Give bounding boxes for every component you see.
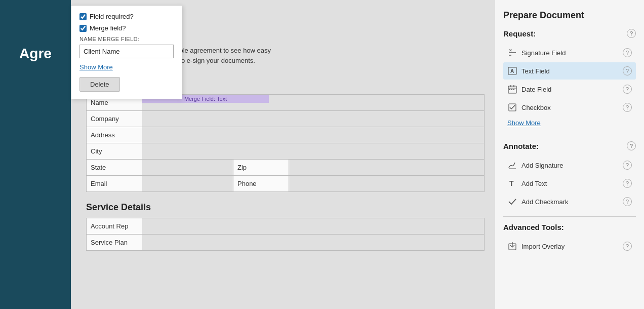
add-text-label: Add Text bbox=[521, 180, 547, 187]
svg-rect-11 bbox=[513, 89, 514, 90]
table-row: State Zip bbox=[87, 160, 485, 176]
add-checkmark-icon bbox=[507, 197, 517, 207]
checkbox-icon bbox=[507, 102, 517, 112]
add-checkmark-item[interactable]: Add Checkmark ? bbox=[503, 193, 636, 210]
text-field-item[interactable]: A Text Field ? bbox=[503, 62, 636, 80]
svg-rect-9 bbox=[509, 89, 510, 90]
company-value-cell bbox=[142, 111, 485, 127]
service-plan-value bbox=[142, 235, 485, 251]
table-row: City bbox=[87, 143, 485, 160]
name-merge-field-label: NAME MERGE FIELD: bbox=[79, 36, 174, 42]
city-label: City bbox=[87, 143, 142, 160]
account-rep-label: Account Rep bbox=[87, 218, 142, 235]
right-panel: Prepare Document Request: ? ✕ Signature … bbox=[495, 0, 644, 309]
add-checkmark-help-icon[interactable]: ? bbox=[623, 197, 632, 206]
signature-field-label: Signature Field bbox=[521, 49, 566, 57]
table-row: Account Rep bbox=[87, 218, 485, 235]
table-row: Company bbox=[87, 111, 485, 127]
merge-field-label: Merge field? bbox=[90, 24, 126, 32]
service-section-title: Service Details bbox=[86, 202, 485, 213]
delete-button[interactable]: Delete bbox=[79, 77, 120, 92]
request-show-more-button[interactable]: Show More bbox=[503, 117, 545, 129]
zip-value-cell bbox=[289, 160, 485, 176]
phone-value-cell bbox=[289, 176, 485, 192]
phone-label: Phone bbox=[233, 176, 289, 192]
merge-field-row[interactable]: Merge field? bbox=[79, 24, 174, 32]
field-required-row[interactable]: Field required? bbox=[79, 13, 174, 20]
add-signature-help-icon[interactable]: ? bbox=[623, 161, 632, 170]
client-form-table: Name Merge Field: Text Company Address C… bbox=[86, 94, 485, 192]
add-checkmark-label: Add Checkmark bbox=[521, 198, 568, 206]
state-label: State bbox=[87, 160, 142, 176]
form-content: New Client In Name Merge Field: Text Com… bbox=[86, 79, 485, 251]
document-area: Agre out and e-sign this sample agreemen… bbox=[0, 0, 495, 309]
signature-field-icon: ✕ bbox=[507, 48, 517, 58]
company-label: Company bbox=[87, 111, 142, 127]
import-overlay-item[interactable]: Import Overlay ? bbox=[503, 238, 636, 255]
section-divider-2 bbox=[503, 216, 636, 217]
signature-field-help-icon[interactable]: ? bbox=[623, 48, 632, 57]
state-value-cell bbox=[142, 160, 233, 176]
address-value-cell bbox=[142, 127, 485, 143]
show-more-button[interactable]: Show More bbox=[79, 63, 113, 71]
doc-header-bar: Agre bbox=[0, 0, 71, 309]
address-label: Address bbox=[87, 127, 142, 143]
service-form-table: Account Rep Service Plan bbox=[86, 218, 485, 251]
advanced-tools-label: Advanced Tools: bbox=[503, 223, 636, 231]
add-text-help-icon[interactable]: ? bbox=[623, 179, 632, 188]
panel-title: Prepare Document bbox=[503, 10, 636, 21]
date-field-icon bbox=[507, 84, 517, 94]
email-value-cell bbox=[142, 176, 233, 192]
add-text-item[interactable]: T Add Text ? bbox=[503, 175, 636, 192]
name-value-cell: Merge Field: Text bbox=[142, 95, 485, 111]
add-signature-icon bbox=[507, 160, 517, 170]
zip-label: Zip bbox=[233, 160, 289, 176]
doc-header-text: Agre bbox=[19, 46, 52, 62]
import-overlay-help-icon[interactable]: ? bbox=[623, 242, 632, 251]
date-field-help-icon[interactable]: ? bbox=[623, 85, 632, 94]
account-rep-value bbox=[142, 218, 485, 235]
import-overlay-icon bbox=[507, 241, 517, 251]
checkbox-item[interactable]: Checkbox ? bbox=[503, 99, 636, 116]
city-value-cell bbox=[142, 143, 485, 160]
name-merge-field-input[interactable] bbox=[79, 45, 174, 58]
field-required-checkbox[interactable] bbox=[79, 13, 87, 20]
field-options-popup: Field required? Merge field? NAME MERGE … bbox=[71, 5, 182, 99]
add-text-icon: T bbox=[507, 178, 517, 188]
annotate-help-icon[interactable]: ? bbox=[627, 141, 636, 150]
date-field-label: Date Field bbox=[521, 86, 551, 93]
merge-field-checkbox[interactable] bbox=[79, 25, 87, 32]
table-row: Email Phone bbox=[87, 176, 485, 192]
svg-text:✕: ✕ bbox=[509, 48, 512, 53]
text-field-label: Text Field bbox=[521, 67, 550, 75]
checkbox-label: Checkbox bbox=[521, 104, 551, 111]
text-field-icon: A bbox=[507, 66, 517, 76]
svg-text:T: T bbox=[509, 179, 514, 187]
add-signature-label: Add Signature bbox=[521, 162, 563, 169]
service-plan-label: Service Plan bbox=[87, 235, 142, 251]
request-help-icon[interactable]: ? bbox=[627, 29, 636, 38]
date-field-item[interactable]: Date Field ? bbox=[503, 81, 636, 98]
svg-rect-10 bbox=[511, 89, 512, 90]
import-overlay-label: Import Overlay bbox=[521, 243, 565, 250]
annotate-section-label: Annotate: ? bbox=[503, 141, 636, 150]
request-section-label: Request: ? bbox=[503, 29, 636, 38]
field-required-label: Field required? bbox=[90, 13, 134, 20]
add-signature-item[interactable]: Add Signature ? bbox=[503, 157, 636, 174]
email-label: Email bbox=[87, 176, 142, 192]
table-row: Address bbox=[87, 127, 485, 143]
section-divider-1 bbox=[503, 135, 636, 135]
table-row: Service Plan bbox=[87, 235, 485, 251]
svg-text:A: A bbox=[510, 68, 514, 74]
text-field-help-icon[interactable]: ? bbox=[623, 66, 632, 75]
checkbox-help-icon[interactable]: ? bbox=[623, 103, 632, 112]
signature-field-item[interactable]: ✕ Signature Field ? bbox=[503, 44, 636, 61]
